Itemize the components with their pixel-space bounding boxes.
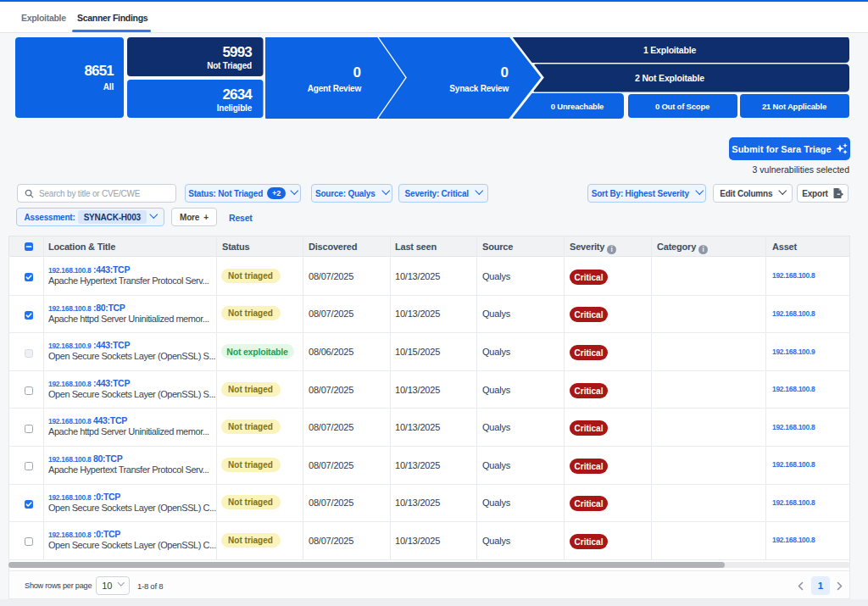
- svg-text:0 Unreachable: 0 Unreachable: [551, 102, 604, 111]
- svg-text:2634: 2634: [222, 86, 253, 103]
- svg-text:0 Out of Scope: 0 Out of Scope: [655, 102, 709, 111]
- svg-text:All: All: [103, 82, 114, 92]
- svg-text:Agent Review: Agent Review: [308, 84, 362, 93]
- svg-text:8651: 8651: [84, 63, 114, 79]
- svg-text:5993: 5993: [222, 44, 252, 60]
- svg-text:Synack Review: Synack Review: [449, 84, 509, 93]
- svg-text:Ineligible: Ineligible: [217, 103, 253, 113]
- svg-text:0: 0: [353, 64, 361, 81]
- svg-text:21 Not Applicable: 21 Not Applicable: [762, 102, 826, 111]
- svg-text:1 Exploitable: 1 Exploitable: [643, 45, 697, 55]
- svg-text:0: 0: [501, 64, 509, 81]
- svg-text:2 Not Exploitable: 2 Not Exploitable: [635, 73, 704, 83]
- svg-text:Not Triaged: Not Triaged: [207, 61, 252, 70]
